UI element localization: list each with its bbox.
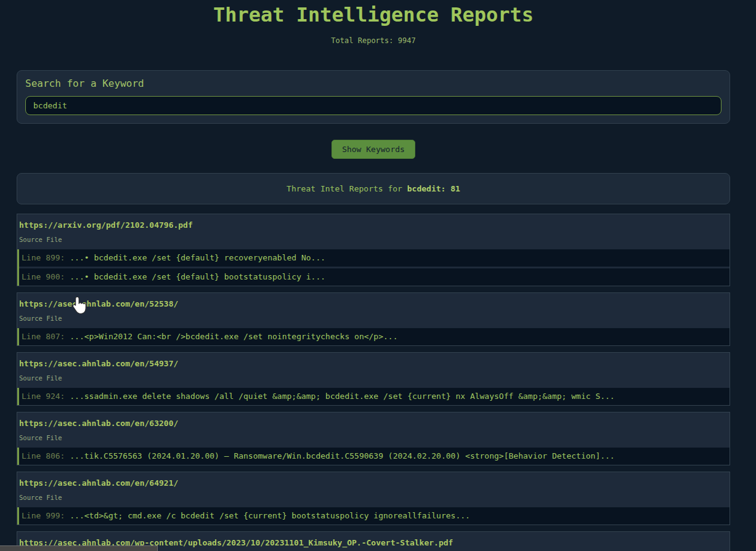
line-excerpt-list: Line 924: ...ssadmin.exe delete shadows … bbox=[17, 388, 730, 405]
line-number-label: Line 899: bbox=[22, 253, 65, 262]
line-excerpt: Line 999: ...<td>&gt; cmd.exe /c bcdedit… bbox=[19, 507, 730, 525]
report-card: https://asec.ahnlab.com/en/52538/ Source… bbox=[17, 292, 730, 346]
line-excerpt: Line 806: ...tik.C5576563 (2024.01.20.00… bbox=[19, 448, 730, 465]
line-excerpt-list: Line 806: ...tik.C5576563 (2024.01.20.00… bbox=[17, 448, 730, 465]
source-file-link[interactable]: Source File bbox=[19, 494, 723, 501]
report-card: https://asec.ahnlab.com/en/54937/ Source… bbox=[17, 352, 730, 406]
line-excerpt-list: Line 999: ...<td>&gt; cmd.exe /c bcdedit… bbox=[17, 507, 730, 525]
summary-prefix-text: Threat Intel Reports for bbox=[287, 184, 407, 193]
line-number-label: Line 924: bbox=[22, 392, 65, 401]
line-excerpt-text: ...<td>&gt; cmd.exe /c bcdedit /set {cur… bbox=[65, 511, 469, 520]
line-number-label: Line 806: bbox=[22, 451, 65, 461]
report-card: https://asec.ahnlab.com/en/63200/ Source… bbox=[17, 412, 730, 465]
page-container: Threat Intelligence Reports Total Report… bbox=[17, 0, 730, 551]
report-list: https://arxiv.org/pdf/2102.04796.pdf Sou… bbox=[17, 214, 730, 551]
browser-status-bar bbox=[0, 545, 158, 551]
line-number-label: Line 999: bbox=[22, 511, 65, 520]
line-excerpt-text: ...<p>Win2012 Can:<br />bcdedit.exe /set… bbox=[65, 332, 397, 341]
report-header: https://arxiv.org/pdf/2102.04796.pdf Sou… bbox=[17, 214, 730, 249]
search-panel: Search for a Keyword bbox=[17, 70, 730, 124]
report-header: https://asec.ahnlab.com/en/54937/ Source… bbox=[17, 353, 730, 388]
keyword-search-input[interactable] bbox=[25, 96, 721, 115]
report-card: https://arxiv.org/pdf/2102.04796.pdf Sou… bbox=[17, 214, 730, 286]
line-excerpt-text: ...• bcdedit.exe /set {default} bootstat… bbox=[65, 272, 325, 281]
search-label: Search for a Keyword bbox=[25, 78, 721, 89]
line-number-label: Line 807: bbox=[22, 332, 65, 341]
report-header: https://asec.ahnlab.com/en/63200/ Source… bbox=[17, 412, 730, 448]
line-excerpt-text: ...tik.C5576563 (2024.01.20.00) – Ransom… bbox=[65, 451, 614, 461]
button-row: Show Keywords bbox=[17, 140, 730, 159]
show-keywords-button[interactable]: Show Keywords bbox=[331, 140, 415, 159]
report-url-link[interactable]: https://asec.ahnlab.com/en/52538/ bbox=[19, 299, 178, 308]
report-url-link[interactable]: https://asec.ahnlab.com/en/54937/ bbox=[19, 359, 178, 368]
total-reports-count: Total Reports: 9947 bbox=[17, 36, 730, 45]
line-excerpt: Line 899: ...• bcdedit.exe /set {default… bbox=[19, 249, 730, 267]
line-excerpt-list: Line 807: ...<p>Win2012 Can:<br />bcdedi… bbox=[17, 328, 730, 345]
line-excerpt: Line 924: ...ssadmin.exe delete shadows … bbox=[19, 388, 730, 405]
report-header: https://asec.ahnlab.com/en/64921/ Source… bbox=[17, 472, 730, 507]
line-excerpt: Line 807: ...<p>Win2012 Can:<br />bcdedi… bbox=[19, 328, 730, 345]
line-excerpt-list: Line 899: ...• bcdedit.exe /set {default… bbox=[17, 249, 730, 286]
source-file-link[interactable]: Source File bbox=[19, 236, 723, 243]
line-number-label: Line 900: bbox=[22, 272, 65, 281]
results-summary-panel: Threat Intel Reports for bcdedit: 81 bbox=[17, 173, 730, 204]
report-card: https://asec.ahnlab.com/en/64921/ Source… bbox=[17, 472, 730, 525]
line-excerpt: Line 900: ...• bcdedit.exe /set {default… bbox=[19, 268, 730, 286]
line-excerpt-text: ...• bcdedit.exe /set {default} recovery… bbox=[65, 253, 325, 262]
report-url-link[interactable]: https://asec.ahnlab.com/en/64921/ bbox=[19, 478, 178, 488]
report-header: https://asec.ahnlab.com/en/52538/ Source… bbox=[17, 293, 730, 328]
report-url-link[interactable]: https://asec.ahnlab.com/en/63200/ bbox=[19, 419, 178, 428]
page-title: Threat Intelligence Reports bbox=[17, 0, 730, 26]
line-excerpt-text: ...ssadmin.exe delete shadows /all /quie… bbox=[65, 392, 614, 401]
summary-keyword-count: bcdedit: 81 bbox=[407, 184, 460, 193]
report-url-link[interactable]: https://arxiv.org/pdf/2102.04796.pdf bbox=[19, 220, 193, 230]
source-file-link[interactable]: Source File bbox=[19, 315, 723, 322]
source-file-link[interactable]: Source File bbox=[19, 434, 723, 441]
source-file-link[interactable]: Source File bbox=[19, 374, 723, 382]
